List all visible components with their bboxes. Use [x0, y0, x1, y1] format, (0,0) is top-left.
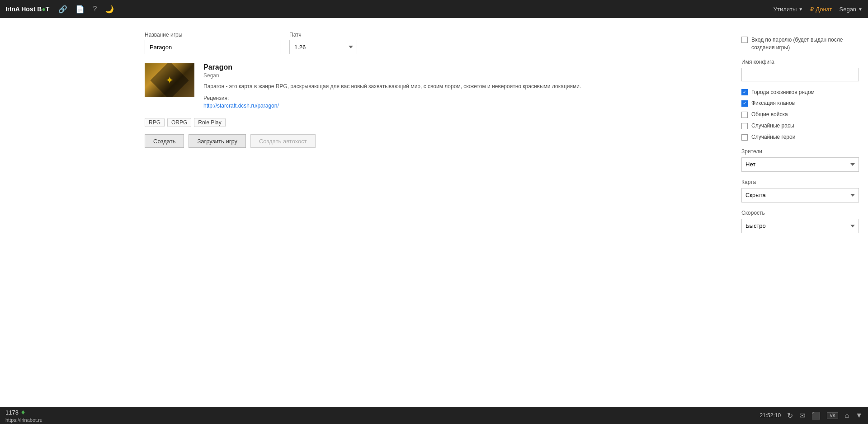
game-details: Paragon Segan Парагон - это карта в жанр…	[203, 63, 723, 109]
patch-group: Патч 1.26 1.25 1.24	[289, 32, 357, 54]
clan-lock-label: Фиксация кланов	[751, 99, 795, 107]
patch-select[interactable]: 1.26 1.25 1.24	[289, 40, 357, 54]
github-icon[interactable]: ⌂	[844, 411, 849, 419]
bottombar-right: 21:52:10 ↻ ✉ ⬛ VK ⌂ ▼	[760, 411, 863, 420]
help-icon[interactable]: ?	[91, 3, 99, 15]
allied-cities-label: Города союзников рядом	[751, 89, 815, 96]
expand-icon[interactable]: ▼	[855, 411, 863, 419]
config-label: Имя конфига	[741, 59, 859, 65]
game-thumbnail: ✦	[145, 63, 194, 97]
random-heroes-checkbox[interactable]	[741, 134, 748, 141]
donate-icon: ₽	[810, 6, 814, 13]
topnav-right: Утилиты ▼ ₽ Донат Segan ▼	[774, 6, 863, 13]
patch-label: Патч	[289, 32, 357, 38]
game-image-icon: ✦	[165, 75, 174, 86]
autohost-button[interactable]: Создать автохост	[250, 134, 316, 148]
viewers-select[interactable]: Нет Да	[741, 157, 859, 172]
game-info-row: ✦ Paragon Segan Парагон - это карта в жа…	[145, 63, 723, 109]
password-row: Вход по паролю (будет выдан после создан…	[741, 36, 859, 52]
tag-roleplay: Role Play	[194, 118, 225, 127]
allied-cities-checkbox[interactable]	[741, 89, 748, 95]
option-allied-cities: Города союзников рядом	[741, 89, 859, 96]
logo-dot: ●	[42, 5, 45, 13]
bottombar-left: 1173 ♦ https://irinabot.ru	[5, 408, 42, 423]
create-button[interactable]: Создать	[145, 134, 184, 148]
config-section: Имя конфига	[741, 59, 859, 81]
tag-rpg: RPG	[145, 118, 165, 127]
player-count: 1173	[5, 409, 19, 416]
password-checkbox[interactable]	[741, 37, 748, 43]
viewers-label: Зрители	[741, 148, 859, 155]
refresh-icon[interactable]: ↻	[787, 411, 793, 420]
random-races-checkbox[interactable]	[741, 123, 748, 129]
left-panel: Название игры Патч 1.26 1.25 1.24 ✦ Para…	[9, 32, 723, 398]
tags-row: RPG ORPG Role Play	[145, 118, 723, 127]
utilities-menu[interactable]: Утилиты ▼	[774, 6, 803, 13]
speed-select[interactable]: Быстро Нормально Медленно	[741, 219, 859, 233]
map-section: Карта Скрыта Открыта	[741, 179, 859, 203]
option-random-races: Случайные расы	[741, 122, 859, 130]
theme-icon[interactable]: 🌙	[103, 3, 116, 15]
review-link[interactable]: http://starcraft.dcsh.ru/paragon/	[203, 103, 279, 109]
viewers-section: Зрители Нет Да	[741, 148, 859, 172]
doc-icon[interactable]: 📄	[74, 3, 86, 15]
game-name-label: Название игры	[145, 32, 280, 38]
random-heroes-label: Случайные герои	[751, 133, 795, 141]
current-time: 21:52:10	[760, 412, 781, 419]
speed-section: Скорость Быстро Нормально Медленно	[741, 210, 859, 233]
game-title: Paragon	[203, 63, 723, 71]
form-row-top: Название игры Патч 1.26 1.25 1.24	[145, 32, 723, 54]
speed-label: Скорость	[741, 210, 859, 216]
option-clan-lock: Фиксация кланов	[741, 99, 859, 107]
bottom-bar: 1173 ♦ https://irinabot.ru 21:52:10 ↻ ✉ …	[0, 407, 868, 424]
bot-url: https://irinabot.ru	[5, 417, 42, 423]
vk-icon[interactable]: VK	[827, 412, 838, 419]
game-image-diamond: ✦	[151, 63, 189, 97]
upload-button[interactable]: Загрузить игру	[189, 134, 246, 148]
user-menu[interactable]: Segan ▼	[840, 6, 863, 13]
clan-lock-checkbox[interactable]	[741, 100, 748, 107]
config-input[interactable]	[741, 68, 859, 81]
mail-icon[interactable]: ✉	[799, 411, 805, 420]
utilities-arrow-icon: ▼	[798, 7, 803, 12]
review-label: Рецензия:	[203, 95, 723, 101]
link-icon[interactable]: 🔗	[57, 3, 69, 15]
right-panel: Вход по паролю (будет выдан после создан…	[741, 32, 859, 398]
game-author: Segan	[203, 72, 723, 79]
password-label: Вход по паролю (будет выдан после создан…	[751, 36, 859, 52]
monitor-icon[interactable]: ⬛	[811, 411, 821, 420]
map-label: Карта	[741, 179, 859, 185]
donate-button[interactable]: ₽ Донат	[810, 6, 832, 13]
map-select[interactable]: Скрыта Открыта	[741, 188, 859, 203]
options-section: Города союзников рядом Фиксация кланов О…	[741, 89, 859, 141]
user-arrow-icon: ▼	[858, 7, 863, 12]
shared-troops-checkbox[interactable]	[741, 112, 748, 118]
gem-icon: ♦	[21, 408, 25, 416]
app-logo: IrInA Host B●T	[5, 5, 49, 13]
shared-troops-label: Общие войска	[751, 111, 788, 118]
game-name-input[interactable]	[145, 40, 280, 54]
game-description: Парагон - это карта в жанре RPG, раскрыв…	[203, 82, 723, 90]
random-races-label: Случайные расы	[751, 122, 794, 130]
main-content: Название игры Патч 1.26 1.25 1.24 ✦ Para…	[0, 18, 868, 407]
action-buttons: Создать Загрузить игру Создать автохост	[145, 134, 723, 148]
game-name-group: Название игры	[145, 32, 280, 54]
option-shared-troops: Общие войска	[741, 111, 859, 118]
option-random-heroes: Случайные герои	[741, 133, 859, 141]
top-navigation: IrInA Host B●T 🔗 📄 ? 🌙 Утилиты ▼ ₽ Донат…	[0, 0, 868, 18]
tag-orpg: ORPG	[167, 118, 191, 127]
